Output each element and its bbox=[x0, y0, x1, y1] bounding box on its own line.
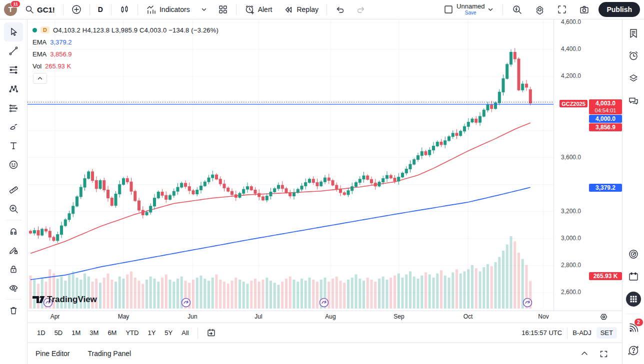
candle bbox=[103, 180, 106, 190]
interval-button[interactable]: D bbox=[95, 3, 106, 15]
time-tick-label: Oct bbox=[464, 313, 473, 320]
fib-tool-button[interactable] bbox=[4, 60, 23, 79]
clock-utc-button[interactable]: 16:15:57 UTC bbox=[522, 329, 562, 337]
pine-editor-tab[interactable]: Pine Editor bbox=[36, 350, 70, 358]
volume-bar bbox=[378, 279, 380, 309]
data-mode-badge[interactable]: D bbox=[40, 26, 50, 33]
candle bbox=[409, 164, 412, 169]
fullscreen-button[interactable] bbox=[554, 2, 570, 16]
candle bbox=[200, 186, 202, 190]
drawing-mode-button[interactable] bbox=[4, 241, 23, 260]
range-all[interactable]: All bbox=[177, 327, 193, 339]
expand-panel-button[interactable] bbox=[580, 350, 588, 358]
screener-button[interactable] bbox=[624, 245, 642, 263]
alert-button[interactable]: Alert bbox=[242, 2, 276, 17]
volume-bar bbox=[172, 282, 175, 309]
volume-bar bbox=[436, 274, 438, 309]
add-symbol-button[interactable] bbox=[68, 2, 84, 16]
volume-bar bbox=[107, 274, 110, 309]
range-5y[interactable]: 5Y bbox=[160, 327, 177, 339]
range-1y[interactable]: 1Y bbox=[143, 327, 160, 339]
settlement-button[interactable]: SET bbox=[596, 327, 617, 339]
volume-bar bbox=[285, 279, 288, 309]
volume-bar bbox=[142, 284, 144, 309]
emoji-tool-button[interactable] bbox=[4, 155, 23, 174]
object-tree-button[interactable] bbox=[624, 69, 642, 87]
volume-bar bbox=[366, 278, 369, 309]
event-marker-icon[interactable] bbox=[182, 299, 190, 307]
projection-tool-button[interactable] bbox=[4, 98, 23, 117]
volume-bar bbox=[293, 280, 296, 309]
undo-button[interactable] bbox=[332, 2, 348, 16]
event-marker-icon[interactable] bbox=[524, 299, 532, 307]
snapshot-button[interactable] bbox=[576, 2, 592, 17]
candle bbox=[479, 116, 482, 122]
streams-button[interactable]: 2 bbox=[624, 319, 642, 337]
ema-2-label[interactable]: EMA bbox=[32, 50, 46, 58]
text-tool-button[interactable] bbox=[4, 136, 23, 155]
xabcd-pattern-icon bbox=[8, 83, 19, 94]
measure-tool-button[interactable] bbox=[4, 180, 23, 199]
save-layout-link[interactable]: Save bbox=[465, 9, 476, 16]
publish-button[interactable]: Publish bbox=[598, 2, 640, 17]
range-3m[interactable]: 3M bbox=[85, 327, 103, 339]
volume-bar bbox=[340, 281, 342, 309]
quick-search-button[interactable] bbox=[509, 2, 526, 17]
legend-collapse-button[interactable] bbox=[33, 73, 47, 84]
trash-icon bbox=[8, 305, 19, 316]
scales-settings-button[interactable] bbox=[600, 313, 608, 321]
hide-drawings-button[interactable] bbox=[4, 279, 23, 298]
event-marker-icon[interactable] bbox=[320, 299, 328, 307]
layout-select-button[interactable]: Unnamed Save bbox=[440, 1, 496, 18]
remove-objects-button[interactable] bbox=[4, 301, 23, 320]
volume-bar bbox=[312, 280, 314, 309]
alerts-panel-button[interactable] bbox=[624, 47, 642, 65]
settings-button[interactable] bbox=[532, 2, 548, 17]
indicators-button[interactable]: Indicators bbox=[143, 2, 193, 17]
more-apps-button[interactable] bbox=[624, 290, 642, 308]
go-to-date-button[interactable] bbox=[202, 326, 220, 340]
watchlist-button[interactable] bbox=[624, 24, 642, 42]
volume-axis-label: 265.93 K bbox=[589, 272, 622, 280]
chat-button[interactable] bbox=[624, 92, 642, 110]
volume-bar bbox=[281, 282, 284, 309]
candle bbox=[281, 185, 284, 189]
chart-style-button[interactable] bbox=[116, 2, 132, 16]
help-button[interactable] bbox=[624, 342, 642, 360]
range-6m[interactable]: 6M bbox=[103, 327, 121, 339]
range-1m[interactable]: 1M bbox=[67, 327, 85, 339]
volume-bar bbox=[304, 281, 307, 309]
volume-label[interactable]: Vol bbox=[32, 62, 42, 70]
candle bbox=[250, 187, 252, 190]
symbol-search-button[interactable]: GC1! bbox=[22, 3, 58, 16]
time-axis[interactable]: AprMayJunJulAugSepOctNov bbox=[28, 311, 622, 323]
volume-bar bbox=[494, 262, 497, 309]
adjustment-button[interactable]: B-ADJ bbox=[572, 329, 592, 337]
volume-bar bbox=[374, 282, 376, 309]
trading-panel-tab[interactable]: Trading Panel bbox=[88, 350, 131, 358]
indicator-templates-button[interactable] bbox=[198, 4, 210, 14]
replay-button[interactable]: Replay bbox=[280, 2, 322, 17]
calendar-button[interactable] bbox=[624, 268, 642, 286]
redo-button[interactable] bbox=[353, 2, 369, 16]
layout-grid-button[interactable] bbox=[215, 2, 231, 16]
ema-1-label[interactable]: EMA bbox=[32, 38, 46, 46]
lock-drawings-button[interactable] bbox=[4, 260, 23, 279]
zoom-in-tool-button[interactable] bbox=[4, 199, 23, 218]
maximize-panel-button[interactable] bbox=[600, 350, 608, 358]
trend-line-tool-button[interactable] bbox=[4, 41, 23, 60]
range-1d[interactable]: 1D bbox=[32, 327, 50, 339]
brush-tool-button[interactable] bbox=[4, 117, 23, 136]
range-5d[interactable]: 5D bbox=[50, 327, 68, 339]
candle bbox=[506, 64, 508, 78]
price-axis[interactable]: 4,600.04,400.04,200.03,600.03,200.03,000… bbox=[554, 19, 622, 311]
magnet-mode-button[interactable] bbox=[4, 222, 23, 241]
pattern-tool-button[interactable] bbox=[4, 79, 23, 98]
user-avatar[interactable]: T 11 bbox=[4, 3, 17, 16]
volume-value: 265.93 K bbox=[45, 62, 71, 70]
range-ytd[interactable]: YTD bbox=[121, 327, 143, 339]
candle bbox=[526, 84, 528, 87]
volume-bar bbox=[223, 282, 226, 309]
cursor-tool-button[interactable] bbox=[4, 22, 23, 41]
candle bbox=[176, 187, 179, 191]
